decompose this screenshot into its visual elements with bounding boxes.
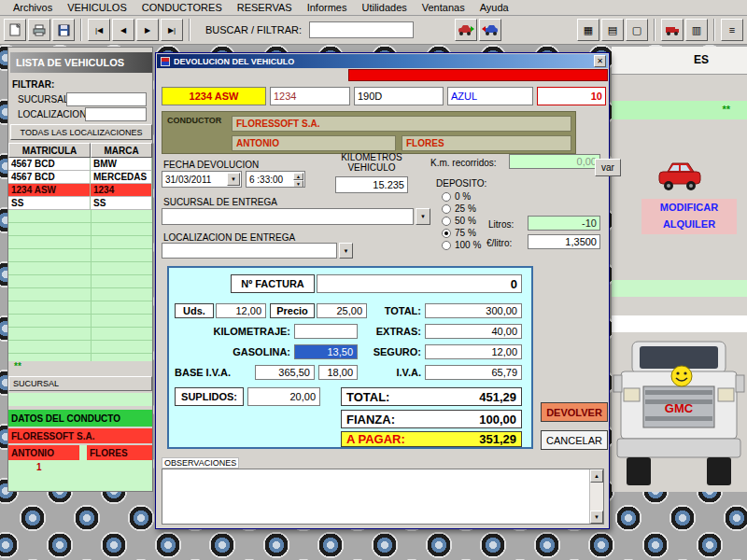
- scroll-up-icon[interactable]: ▲: [590, 469, 603, 483]
- factura-field[interactable]: 0: [317, 274, 522, 293]
- extras-label: EXTRAS:: [369, 326, 421, 337]
- unit-number-field[interactable]: 1234: [270, 87, 350, 105]
- dialog-title-bar[interactable]: DEVOLUCION DEL VEHICULO ✕: [157, 54, 608, 68]
- column-header-matricula[interactable]: MATRICULA: [8, 143, 91, 158]
- cancelar-button[interactable]: CANCELAR: [541, 430, 608, 450]
- menu-ventanas[interactable]: Ventanas: [415, 1, 472, 14]
- table-row[interactable]: 4567 BCD MERCEDAS: [8, 171, 152, 184]
- cells-view-button[interactable]: ▤: [601, 19, 624, 41]
- localizacion-filter-input[interactable]: [85, 107, 147, 121]
- iva-pct-field[interactable]: 18,00: [318, 365, 358, 380]
- menu-vehiculos[interactable]: VEHICULOS: [60, 1, 134, 14]
- sucursal-entrega-dropdown-icon[interactable]: ▼: [416, 208, 430, 225]
- euro-litro-field[interactable]: 1,3500: [528, 234, 600, 249]
- conductor-last-name-field[interactable]: FLORES: [402, 135, 571, 151]
- conductor-company-field[interactable]: FLORESSOFT S.A.: [232, 116, 571, 132]
- empty-rows-grid[interactable]: [8, 210, 152, 361]
- suplidos-field[interactable]: 20,00: [247, 387, 320, 406]
- fecha-input[interactable]: 31/03/2011 ▼: [162, 171, 242, 188]
- total-field: 300,00: [425, 303, 522, 318]
- extras-field[interactable]: 40,00: [425, 324, 522, 339]
- fianza-value: 100,00: [479, 413, 516, 427]
- menu-informes[interactable]: Informes: [300, 1, 355, 14]
- rental-tab-label[interactable]: ES: [694, 53, 709, 66]
- uds-label: Uds.: [175, 303, 214, 318]
- fecha-value: 31/03/2011: [165, 175, 211, 185]
- km-label-line2: VEHICULO: [324, 162, 419, 173]
- close-icon[interactable]: ✕: [594, 55, 606, 67]
- search-input[interactable]: [309, 21, 414, 38]
- selection-box-button[interactable]: ▢: [626, 19, 648, 41]
- rent-car-button[interactable]: [455, 19, 477, 41]
- uds-field[interactable]: 12,00: [216, 303, 266, 318]
- table-row[interactable]: SS SS: [8, 197, 152, 210]
- nav-first-button[interactable]: |◀: [88, 19, 110, 41]
- days-field[interactable]: 10: [537, 87, 606, 105]
- save-button[interactable]: [52, 19, 75, 41]
- model-field[interactable]: 190D: [354, 87, 444, 105]
- seguro-label: SEGURO:: [369, 346, 421, 357]
- nav-prev-button[interactable]: ◀: [112, 19, 134, 41]
- conductor-first-name-field[interactable]: ANTONIO: [232, 135, 396, 151]
- nav-next-button[interactable]: ▶: [136, 19, 159, 41]
- kilometraje-field[interactable]: [294, 324, 358, 339]
- driver-first-name[interactable]: ANTONIO: [8, 445, 79, 460]
- green-strip: [612, 280, 747, 297]
- plate-field[interactable]: 1234 ASW: [162, 87, 266, 105]
- deposito-radio-100[interactable]: 100 %: [442, 240, 481, 250]
- return-car-button[interactable]: [479, 19, 501, 41]
- base-iva-field: 365,50: [255, 365, 315, 380]
- radio-circle-icon: [442, 217, 451, 226]
- localizacion-entrega-combo[interactable]: [162, 243, 337, 259]
- spinner-down-icon[interactable]: ▼: [293, 180, 303, 188]
- columns-view-button[interactable]: ▥: [685, 19, 708, 41]
- deposito-radio-50[interactable]: 50 %: [442, 216, 476, 226]
- devolver-button[interactable]: DEVOLVER: [541, 402, 608, 422]
- deposito-radio-75[interactable]: 75 %: [442, 228, 476, 238]
- driver-last-name[interactable]: FLORES: [87, 445, 152, 460]
- grid-view-button[interactable]: ▦: [577, 19, 599, 41]
- kilometros-vehiculo-field[interactable]: 15.235: [335, 176, 408, 193]
- menu-archivos[interactable]: Archivos: [6, 1, 60, 14]
- scroll-down-icon[interactable]: ▼: [590, 511, 603, 524]
- menu-reservas[interactable]: RESERVAS: [230, 1, 300, 14]
- spinner-up-icon[interactable]: ▲: [293, 173, 303, 180]
- return-vehicle-dialog: DEVOLUCION DEL VEHICULO ✕ 1234 ASW 1234 …: [155, 52, 610, 529]
- precio-field[interactable]: 25,00: [317, 303, 367, 318]
- sucursal-entrega-combo[interactable]: [162, 208, 414, 225]
- menu-conductores[interactable]: CONDUCTORES: [134, 1, 230, 14]
- calendar-dropdown-icon[interactable]: ▼: [227, 173, 240, 186]
- menu-utilidades[interactable]: Utilidades: [354, 1, 414, 14]
- fleet-button[interactable]: [661, 19, 684, 41]
- toolbar-separator: [713, 19, 715, 41]
- driver-company[interactable]: FLORESSOFT S.A.: [8, 428, 152, 443]
- seguro-field[interactable]: 12,00: [425, 344, 522, 359]
- alert-bar: [348, 69, 608, 81]
- observaciones-textarea[interactable]: ▲ ▼: [162, 469, 604, 525]
- gasolina-field[interactable]: 13,50: [294, 344, 358, 359]
- table-row[interactable]: 4567 BCD BMW: [8, 158, 152, 171]
- all-locations-button[interactable]: TODAS LAS LOCALIZACIONES: [10, 124, 152, 140]
- nav-last-button[interactable]: ▶|: [161, 19, 183, 41]
- list-view-button[interactable]: ≡: [721, 19, 743, 41]
- scrollbar[interactable]: ▲ ▼: [589, 469, 603, 524]
- litros-field[interactable]: -10: [528, 216, 600, 231]
- localizacion-entrega-dropdown-icon[interactable]: ▼: [339, 243, 353, 259]
- print-button[interactable]: [28, 19, 50, 41]
- activate-button[interactable]: var: [595, 159, 621, 176]
- hora-input[interactable]: 6 :33:00 ▲ ▼: [246, 171, 305, 188]
- observaciones-label: OBSERVACIONES: [162, 457, 239, 469]
- color-field[interactable]: AZUL: [447, 87, 533, 105]
- radio-label: 25 %: [455, 203, 476, 214]
- cell-marca: SS: [91, 197, 152, 210]
- sucursal-filter-input[interactable]: [66, 92, 147, 106]
- modify-rental-button[interactable]: MODIFICAR ALQUILER: [641, 199, 737, 234]
- new-button[interactable]: [4, 19, 26, 41]
- cell-marca: BMW: [91, 158, 152, 171]
- deposito-radio-25[interactable]: 25 %: [442, 203, 476, 214]
- deposito-radio-0[interactable]: 0 %: [442, 191, 471, 202]
- menu-ayuda[interactable]: Ayuda: [472, 1, 516, 14]
- cell-marca: MERCEDAS: [91, 171, 152, 184]
- column-header-marca[interactable]: MARCA: [91, 143, 152, 158]
- table-row-selected[interactable]: 1234 ASW 1234: [8, 184, 152, 197]
